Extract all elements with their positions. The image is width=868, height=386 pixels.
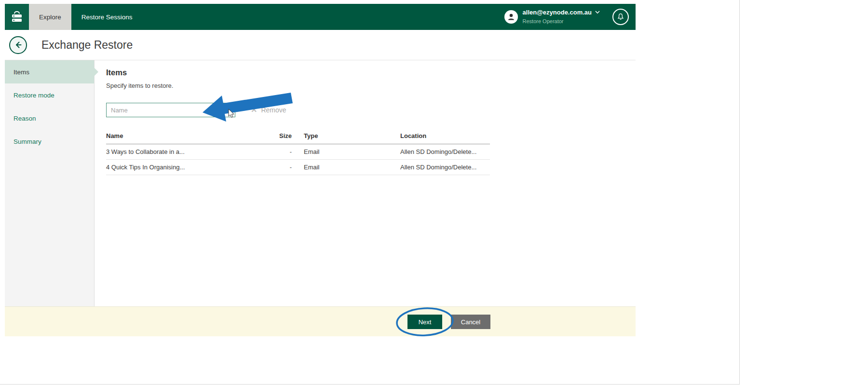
cell-size: -	[272, 148, 292, 155]
cell-type: Email	[292, 164, 400, 171]
browser-viewport: Explore Restore Sessions allen@ezynode	[0, 0, 740, 385]
sidebar-item-summary[interactable]: Summary	[5, 130, 94, 153]
column-header-type[interactable]: Type	[292, 132, 400, 139]
next-button[interactable]: Next	[407, 315, 442, 329]
app-logo-icon	[10, 10, 24, 24]
items-table-header: Name Size Type Location	[106, 128, 490, 144]
step-label: Summary	[14, 138, 41, 145]
cancel-button[interactable]: Cancel	[451, 315, 490, 329]
wizard-steps-sidebar: Items Restore mode Reason Summary	[5, 60, 95, 306]
items-toolbar: ✕ Remove	[106, 103, 636, 117]
back-arrow-icon	[14, 40, 23, 50]
notifications-button[interactable]	[612, 9, 629, 25]
bell-icon	[617, 13, 624, 21]
tab-restore-sessions[interactable]: Restore Sessions	[71, 4, 143, 30]
remove-x-icon: ✕	[251, 106, 257, 114]
wizard-body: Items Restore mode Reason Summary Items …	[5, 60, 636, 306]
back-button[interactable]	[9, 36, 27, 54]
sidebar-item-items[interactable]: Items	[5, 60, 94, 83]
items-table: Name Size Type Location 3 Ways to Collab…	[106, 128, 490, 175]
user-email-label: allen@ezynode.com.au	[523, 9, 592, 16]
cell-location: Allen SD Domingo/Delete...	[400, 164, 490, 171]
name-filter-input[interactable]	[106, 103, 235, 117]
remove-button-label: Remove	[261, 106, 286, 114]
app-window: Explore Restore Sessions allen@ezynode	[5, 4, 636, 336]
tab-explore-label: Explore	[39, 14, 61, 21]
app-logo[interactable]	[5, 4, 29, 30]
column-header-location[interactable]: Location	[400, 132, 490, 139]
step-label: Reason	[14, 115, 36, 122]
top-navigation-bar: Explore Restore Sessions allen@ezynode	[5, 4, 636, 30]
sidebar-item-restore-mode[interactable]: Restore mode	[5, 83, 94, 107]
user-email: allen@ezynode.com.au	[523, 9, 600, 16]
column-header-name[interactable]: Name	[106, 132, 272, 139]
sidebar-item-reason[interactable]: Reason	[5, 107, 94, 130]
tab-restore-sessions-label: Restore Sessions	[81, 14, 133, 21]
person-icon	[507, 13, 515, 21]
section-description: Specify items to restore.	[106, 82, 636, 89]
cell-location: Allen SD Domingo/Delete...	[400, 148, 490, 155]
user-menu[interactable]: allen@ezynode.com.au Restore Operator	[504, 9, 600, 26]
cell-size: -	[272, 164, 292, 171]
wizard-footer: Next Cancel	[5, 306, 636, 336]
avatar	[504, 10, 518, 24]
cell-type: Email	[292, 148, 400, 155]
tab-explore[interactable]: Explore	[29, 4, 71, 30]
topbar-right-group: allen@ezynode.com.au Restore Operator	[504, 4, 636, 30]
step-label: Items	[14, 69, 29, 76]
cell-name: 3 Ways to Collaborate in a...	[106, 148, 272, 155]
page-title: Exchange Restore	[41, 39, 133, 52]
section-heading: Items	[106, 68, 636, 77]
remove-button[interactable]: ✕ Remove	[251, 106, 286, 114]
column-header-size[interactable]: Size	[272, 132, 292, 139]
page-header: Exchange Restore	[5, 30, 636, 60]
step-content: Items Specify items to restore. ✕ Remove…	[95, 60, 636, 306]
table-row[interactable]: 3 Ways to Collaborate in a... - Email Al…	[106, 144, 490, 160]
step-label: Restore mode	[14, 92, 54, 99]
chevron-down-icon	[595, 11, 600, 14]
cell-name: 4 Quick Tips In Organising...	[106, 164, 272, 171]
user-role: Restore Operator	[523, 18, 564, 24]
table-row[interactable]: 4 Quick Tips In Organising... - Email Al…	[106, 160, 490, 175]
user-text: allen@ezynode.com.au Restore Operator	[523, 9, 600, 26]
